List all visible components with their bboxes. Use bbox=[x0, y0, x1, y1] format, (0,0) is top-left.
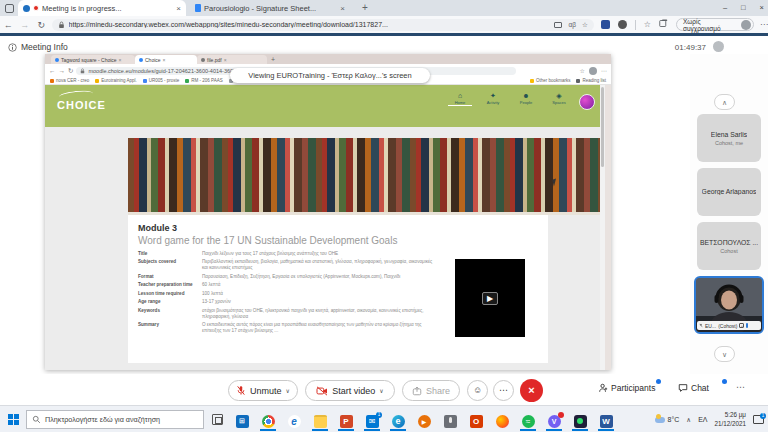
scrollbar-thumb[interactable] bbox=[601, 87, 604, 167]
collections-icon[interactable] bbox=[659, 19, 668, 30]
muted-mic-icon bbox=[236, 385, 246, 396]
minimize-button[interactable]: – bbox=[723, 3, 727, 12]
taskbar-app-viber[interactable]: V bbox=[544, 412, 564, 430]
scroll-up-button[interactable]: ∧ bbox=[714, 94, 735, 110]
play-icon[interactable]: ▶ bbox=[482, 292, 498, 305]
extension-icon[interactable] bbox=[601, 20, 610, 29]
bookmark-item[interactable]: nova CER - creo bbox=[50, 78, 89, 83]
favorite-star-icon[interactable]: ☆ bbox=[582, 21, 588, 29]
participants-button[interactable]: Participants bbox=[598, 383, 655, 393]
other-bookmarks[interactable]: Other bookmarks bbox=[530, 78, 571, 83]
browser-tab-meeting[interactable]: Meeting is in progress... × bbox=[18, 0, 186, 16]
site-user-avatar[interactable] bbox=[579, 94, 595, 110]
taskbar-app-webex[interactable] bbox=[570, 412, 590, 430]
bookmark-item[interactable]: RM - 206 PAAS bbox=[185, 78, 222, 83]
forward-button[interactable]: → bbox=[59, 67, 66, 74]
meeting-info-button[interactable]: Meeting Info bbox=[8, 42, 68, 52]
back-button[interactable]: ← bbox=[0, 20, 17, 30]
browser-tab-docs[interactable]: Parousiologio - Signature Sheet... × bbox=[190, 0, 350, 16]
favorites-bar-icon[interactable]: ☆ bbox=[644, 20, 651, 29]
active-speaker-video-tile[interactable]: EU... (Cohost) + bbox=[694, 276, 764, 334]
chevron-down-icon[interactable]: ∨ bbox=[286, 387, 290, 394]
more-options-button[interactable]: ⋯ bbox=[493, 380, 514, 401]
nav-home[interactable]: ⌂ Home bbox=[448, 92, 472, 106]
read-aloud-icon[interactable]: αβ bbox=[568, 21, 576, 28]
nav-spaces[interactable]: ◈ Spaces bbox=[547, 92, 571, 106]
new-tab-button[interactable]: + bbox=[358, 1, 372, 15]
refresh-button[interactable]: ↻ bbox=[33, 20, 50, 30]
split-screen-icon[interactable] bbox=[554, 22, 562, 28]
browser-toolbar: ← → ↻ https://minedu-secondary.webex.com… bbox=[0, 16, 768, 33]
taskbar-app-chrome[interactable] bbox=[258, 412, 278, 430]
forward-button[interactable]: → bbox=[17, 20, 34, 30]
shared-tab-active[interactable]: Choice × bbox=[135, 55, 197, 64]
tray-expand-icon[interactable]: ∧ bbox=[686, 416, 691, 424]
new-tab-button[interactable]: + bbox=[271, 56, 275, 63]
site-logo[interactable]: CHOICE bbox=[57, 99, 106, 111]
profile-button[interactable]: Χωρίς συγχρονισμό bbox=[676, 18, 754, 31]
close-tab-icon[interactable]: × bbox=[119, 57, 122, 63]
reactions-button[interactable]: ☺ bbox=[467, 380, 488, 401]
participant-tile[interactable]: George Arlapanos bbox=[697, 168, 761, 216]
profile-avatar[interactable] bbox=[589, 67, 597, 75]
nav-people[interactable]: ☻ People bbox=[514, 92, 538, 106]
taskbar-app-mail[interactable]: ✉1 bbox=[362, 412, 382, 430]
start-video-button[interactable]: Start video ∨ bbox=[305, 380, 395, 401]
shared-tab[interactable]: file.pdf × bbox=[197, 55, 267, 64]
leave-meeting-button[interactable]: × bbox=[520, 379, 543, 402]
taskbar-app-office[interactable]: O bbox=[466, 412, 486, 430]
taskbar-app-microphone[interactable] bbox=[440, 412, 460, 430]
audio-status-icon[interactable] bbox=[713, 41, 724, 52]
back-button[interactable]: ← bbox=[49, 67, 56, 74]
close-tab-icon[interactable]: × bbox=[340, 4, 345, 13]
taskbar-app-internet-explorer[interactable]: e bbox=[284, 412, 304, 430]
close-tab-icon[interactable]: × bbox=[224, 57, 227, 63]
notifications-icon[interactable]: 1 bbox=[753, 415, 764, 424]
reading-list[interactable]: Reading list bbox=[576, 78, 606, 83]
extension-icon[interactable] bbox=[618, 20, 627, 29]
browser-menu-icon[interactable]: ⋯ bbox=[601, 67, 607, 74]
close-tab-icon[interactable]: × bbox=[163, 57, 166, 63]
start-button[interactable] bbox=[8, 414, 19, 425]
chat-button[interactable]: Chat bbox=[678, 383, 709, 393]
clock[interactable]: 5:26 μμ 21/12/2021 bbox=[714, 411, 746, 428]
language-indicator[interactable]: ΕΛ bbox=[698, 416, 707, 423]
favorite-star-icon[interactable]: ☆ bbox=[580, 67, 585, 74]
maximize-button[interactable]: □ bbox=[741, 3, 746, 12]
browser-menu-icon[interactable]: ⋯ bbox=[760, 20, 768, 29]
participant-tile[interactable]: Elena Sarlis Cohost, me bbox=[697, 114, 761, 162]
taskbar-app-edge[interactable]: e bbox=[388, 412, 408, 430]
shared-tab[interactable]: Tagword square - Choice × bbox=[51, 55, 135, 64]
taskbar-app-media-player[interactable]: ▶ bbox=[414, 412, 434, 430]
embedded-video-player[interactable]: ▶ bbox=[455, 259, 525, 337]
taskbar-app-word[interactable]: W bbox=[596, 412, 616, 430]
bookmark-item[interactable]: Eurotraining Appl. bbox=[95, 78, 137, 83]
taskbar-app-file-explorer[interactable] bbox=[310, 412, 330, 430]
tab-actions-icon[interactable] bbox=[5, 4, 14, 13]
unmute-button[interactable]: Unmute ∨ bbox=[228, 380, 298, 401]
address-bar[interactable]: https://minedu-secondary.webex.com/webap… bbox=[52, 19, 594, 31]
close-tab-icon[interactable]: × bbox=[176, 4, 181, 13]
taskbar-app-store[interactable]: ⊞ bbox=[232, 412, 252, 430]
task-view-icon[interactable] bbox=[212, 414, 223, 425]
store-icon: ⊞ bbox=[236, 415, 249, 428]
taskbar-app-powerpoint[interactable]: P bbox=[336, 412, 356, 430]
scroll-down-button[interactable]: ∨ bbox=[714, 346, 735, 362]
choice-website: CHOICE ⌂ Home ✦ Activity ☻ People bbox=[45, 85, 605, 370]
share-button[interactable]: Share bbox=[402, 380, 460, 401]
bookmark-item[interactable]: UR005 - proste bbox=[143, 78, 180, 83]
footer-more-button[interactable]: ⋯ bbox=[736, 382, 745, 392]
participant-tile[interactable]: ΒΕΤΣΟΠΟΥΛΟΣ ... Cohost bbox=[697, 222, 761, 270]
refresh-button[interactable]: ↻ bbox=[68, 67, 73, 75]
taskbar-search[interactable]: Πληκτρολογήστε εδώ για αναζήτηση bbox=[26, 410, 204, 429]
pin-icon[interactable]: + bbox=[739, 323, 744, 328]
microphone-icon bbox=[444, 415, 457, 428]
weather-widget[interactable]: 8°C bbox=[655, 416, 680, 423]
nav-activity[interactable]: ✦ Activity bbox=[481, 92, 505, 106]
close-button[interactable]: × bbox=[760, 3, 764, 12]
tab-title: file.pdf bbox=[207, 57, 222, 63]
taskbar-app-firefox[interactable] bbox=[492, 412, 512, 430]
site-scrollbar[interactable] bbox=[600, 85, 605, 370]
taskbar-app-spotify[interactable]: ≈ bbox=[518, 412, 538, 430]
chevron-down-icon[interactable]: ∨ bbox=[379, 387, 383, 394]
